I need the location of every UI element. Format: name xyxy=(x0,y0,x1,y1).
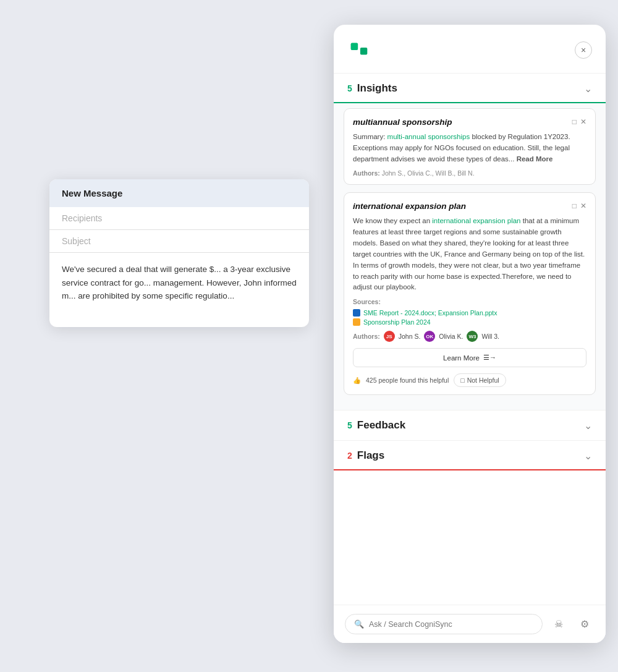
main-panel: × 5 Insights ⌄ multiannual sponsorship □… xyxy=(334,25,606,643)
subject-field[interactable]: Subject xyxy=(49,230,309,253)
email-compose-card: New Message Recipients Subject We've sec… xyxy=(49,179,309,327)
feedback-title: 5 Feedback xyxy=(347,419,405,432)
source-icon-blue xyxy=(353,309,360,317)
search-input[interactable] xyxy=(369,620,533,629)
insights-label: Insights xyxy=(357,82,397,95)
card2-header-row: international expansion plan □ ✕ xyxy=(353,202,586,211)
card1-authors-label: Authors: xyxy=(353,169,380,177)
source-item-2: Sponsorship Plan 2024 xyxy=(353,318,586,326)
card2-authors-row: Authors: JS John S. OK Olivia K. W3 Will… xyxy=(353,331,586,342)
card2-body-after: that at a minimum features at least thre… xyxy=(353,217,585,291)
source-1-text[interactable]: SME Report - 2024.docx; Expansion Plan.p… xyxy=(363,309,497,317)
flags-label: Flags xyxy=(357,449,384,462)
card1-authors-list: John S., Olivia C., Will B., Bill N. xyxy=(382,169,475,177)
not-helpful-button[interactable]: □ Not Helpful xyxy=(454,373,506,387)
feedback-chevron: ⌄ xyxy=(584,420,592,432)
card2-highlight: international expansion plan xyxy=(432,217,520,224)
not-helpful-label: Not Helpful xyxy=(467,376,499,384)
learn-more-label: Learn More xyxy=(443,354,480,362)
card2-sources: Sources: SME Report - 2024.docx; Expansi… xyxy=(353,298,586,326)
close-button[interactable]: × xyxy=(575,41,592,59)
logo-icon xyxy=(347,37,371,61)
author-avatar-1: JS xyxy=(384,331,395,342)
card1-body-prefix: Summary: xyxy=(353,133,387,140)
card1-read-more[interactable]: Read More xyxy=(517,155,553,163)
bookmark-button[interactable]: ☠ xyxy=(549,615,569,634)
feedback-count: 5 xyxy=(347,420,352,430)
flags-count: 2 xyxy=(347,451,352,461)
card2-body-before: We know they expect an xyxy=(353,217,432,224)
card2-authors-label: Authors: xyxy=(353,333,380,340)
source-2-text[interactable]: Sponsorship Plan 2024 xyxy=(363,318,431,326)
email-header: New Message xyxy=(49,179,309,207)
helpful-row: 👍 425 people found this helpful □ Not He… xyxy=(353,373,586,387)
sources-label: Sources: xyxy=(353,298,586,305)
card1-close-button[interactable]: ✕ xyxy=(580,117,586,126)
panel-header: × xyxy=(334,25,606,74)
not-helpful-icon: □ xyxy=(460,376,464,384)
learn-more-icon: ☰→ xyxy=(483,354,496,362)
source-item-1: SME Report - 2024.docx; Expansion Plan.p… xyxy=(353,309,586,317)
svg-rect-2 xyxy=(351,43,358,50)
search-bar[interactable]: 🔍 xyxy=(345,614,543,634)
feedback-section-header[interactable]: 5 Feedback ⌄ xyxy=(334,410,606,440)
insights-chevron: ⌄ xyxy=(584,83,592,95)
feedback-label: Feedback xyxy=(357,419,405,432)
card1-copy-button[interactable]: □ xyxy=(572,117,577,126)
insights-content: multiannual sponsorship □ ✕ Summary: mul… xyxy=(334,103,606,410)
insights-count: 5 xyxy=(347,83,352,93)
flags-chevron: ⌄ xyxy=(584,450,592,462)
card2-actions: □ ✕ xyxy=(572,202,586,210)
author-name-2: Olivia K. xyxy=(439,333,463,340)
card2-copy-button[interactable]: □ xyxy=(572,202,577,210)
author-avatar-3: W3 xyxy=(467,331,478,342)
panel-body: 5 Insights ⌄ multiannual sponsorship □ ✕… xyxy=(334,74,606,605)
card1-highlight: multi-annual sponsorships xyxy=(387,133,470,140)
card1-body: Summary: multi-annual sponsorships block… xyxy=(353,132,586,164)
author-name-3: Will 3. xyxy=(481,333,499,340)
card1-title: multiannual sponsorship xyxy=(353,117,567,127)
author-name-1: John S. xyxy=(399,333,421,340)
learn-more-button[interactable]: Learn More ☰→ xyxy=(353,348,586,367)
card2-close-button[interactable]: ✕ xyxy=(580,202,586,210)
insight-card-1: multiannual sponsorship □ ✕ Summary: mul… xyxy=(344,108,596,185)
insights-title: 5 Insights xyxy=(347,82,397,95)
helpful-count: 425 people found this helpful xyxy=(366,376,449,384)
insight-card-2: international expansion plan □ ✕ We know… xyxy=(344,192,596,395)
insights-section-header[interactable]: 5 Insights ⌄ xyxy=(334,74,606,103)
flags-title: 2 Flags xyxy=(347,449,384,462)
flags-section-header[interactable]: 2 Flags ⌄ xyxy=(334,440,606,470)
logo xyxy=(347,37,371,63)
card2-title: international expansion plan xyxy=(353,202,567,211)
card1-actions: □ ✕ xyxy=(572,117,586,126)
email-body[interactable]: We've secured a deal that will generate … xyxy=(49,253,309,327)
card1-authors: Authors: John S., Olivia C., Will B., Bi… xyxy=(353,169,586,177)
search-icon: 🔍 xyxy=(354,619,364,629)
panel-footer: 🔍 ☠ ⚙ xyxy=(334,605,606,643)
card1-header-row: multiannual sponsorship □ ✕ xyxy=(353,117,586,127)
svg-rect-1 xyxy=(360,48,367,54)
author-avatar-2: OK xyxy=(424,331,435,342)
settings-button[interactable]: ⚙ xyxy=(575,615,595,634)
source-icon-yellow xyxy=(353,318,360,326)
card2-body: We know they expect an international exp… xyxy=(353,216,586,293)
thumbs-up-icon: 👍 xyxy=(353,376,361,385)
recipients-field[interactable]: Recipients xyxy=(49,207,309,230)
